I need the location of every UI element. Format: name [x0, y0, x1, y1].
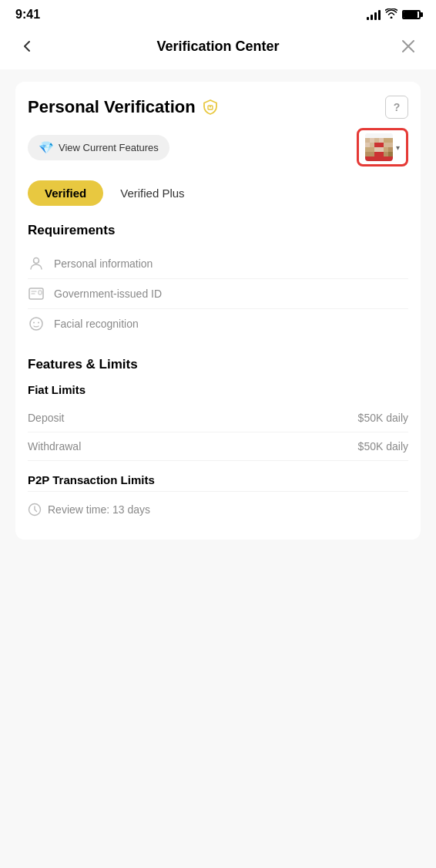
review-label: Review time: 13 days — [48, 503, 150, 516]
shield-icon — [202, 99, 219, 116]
svg-rect-7 — [370, 143, 374, 147]
status-time: 9:41 — [15, 8, 40, 22]
verification-section: Personal Verification ? 💎 View Current F… — [15, 82, 421, 540]
close-button[interactable] — [396, 34, 421, 59]
review-time-row: Review time: 13 days — [28, 495, 408, 524]
pv-title: Personal Verification — [28, 97, 196, 117]
svg-rect-23 — [365, 147, 370, 152]
req-label: Facial recognition — [54, 318, 139, 330]
svg-rect-15 — [370, 152, 374, 156]
person-icon — [28, 255, 45, 272]
features-limits-title: Features & Limits — [28, 357, 408, 372]
view-features-button[interactable]: 💎 View Current Features — [28, 135, 169, 160]
features-btn-label: View Current Features — [59, 142, 159, 153]
svg-rect-11 — [370, 147, 374, 152]
svg-rect-8 — [374, 143, 379, 147]
svg-point-36 — [33, 322, 35, 324]
svg-point-28 — [34, 258, 39, 264]
face-icon — [28, 315, 45, 332]
svg-rect-5 — [379, 138, 384, 143]
req-label: Personal information — [54, 257, 153, 270]
svg-rect-25 — [365, 152, 370, 156]
svg-rect-12 — [374, 147, 379, 152]
svg-rect-10 — [384, 143, 388, 147]
tab-verified[interactable]: Verified — [28, 180, 103, 206]
svg-rect-24 — [388, 147, 393, 152]
svg-point-37 — [38, 322, 39, 324]
svg-rect-4 — [374, 138, 379, 143]
help-icon: ? — [394, 101, 401, 113]
main-content: Personal Verification ? 💎 View Current F… — [0, 69, 436, 860]
tabs-row: Verified Verified Plus — [28, 180, 408, 206]
fiat-limits-title: Fiat Limits — [28, 383, 408, 396]
svg-rect-20 — [365, 138, 370, 143]
svg-rect-13 — [379, 147, 384, 152]
status-icons — [367, 8, 421, 21]
dropdown-arrow-icon: ▾ — [396, 143, 400, 152]
svg-rect-17 — [379, 152, 384, 156]
svg-rect-34 — [39, 291, 42, 294]
withdrawal-label: Withdrawal — [28, 440, 81, 453]
start-now-container: Start Now — [0, 860, 436, 868]
tab-verified-plus[interactable]: Verified Plus — [103, 180, 201, 206]
svg-rect-14 — [384, 147, 388, 152]
help-icon-button[interactable]: ? — [385, 96, 408, 119]
deposit-value: $50K daily — [358, 412, 408, 424]
list-item: Personal information — [28, 249, 408, 279]
p2p-title: P2P Transaction Limits — [28, 473, 408, 492]
svg-rect-27 — [365, 156, 393, 161]
status-bar: 9:41 — [0, 0, 436, 26]
pv-header-row: Personal Verification ? — [28, 96, 408, 119]
header: Verification Center — [0, 26, 436, 69]
features-row: 💎 View Current Features — [28, 128, 408, 167]
header-title: Verification Center — [156, 39, 279, 55]
svg-rect-9 — [379, 143, 384, 147]
withdrawal-limit-row: Withdrawal $50K daily — [28, 432, 408, 461]
pv-title-group: Personal Verification — [28, 97, 219, 117]
avatar-dropdown[interactable]: ▾ — [357, 128, 408, 167]
battery-icon — [402, 10, 421, 19]
svg-rect-21 — [365, 143, 370, 147]
avatar — [365, 133, 393, 161]
svg-point-35 — [30, 318, 42, 330]
svg-rect-22 — [388, 143, 393, 147]
deposit-limit-row: Deposit $50K daily — [28, 404, 408, 432]
svg-rect-6 — [384, 138, 388, 143]
clock-icon — [28, 503, 42, 516]
svg-rect-26 — [388, 152, 393, 156]
svg-rect-16 — [374, 152, 379, 156]
requirements-list: Personal information Government-issued I… — [28, 249, 408, 338]
svg-rect-18 — [384, 152, 388, 156]
deposit-label: Deposit — [28, 412, 64, 424]
id-card-icon — [28, 285, 45, 302]
signal-icon — [367, 9, 381, 20]
list-item: Facial recognition — [28, 309, 408, 338]
back-button[interactable] — [15, 34, 40, 59]
svg-point-1 — [210, 106, 211, 108]
gem-icon: 💎 — [39, 140, 54, 155]
svg-rect-19 — [388, 138, 393, 143]
svg-rect-3 — [370, 138, 374, 143]
features-limits-section: Fiat Limits Deposit $50K daily Withdrawa… — [28, 383, 408, 524]
list-item: Government-issued ID — [28, 279, 408, 309]
req-label: Government-issued ID — [54, 288, 162, 300]
requirements-section-title: Requirements — [28, 223, 408, 238]
withdrawal-value: $50K daily — [358, 440, 408, 453]
wifi-icon — [385, 8, 397, 21]
